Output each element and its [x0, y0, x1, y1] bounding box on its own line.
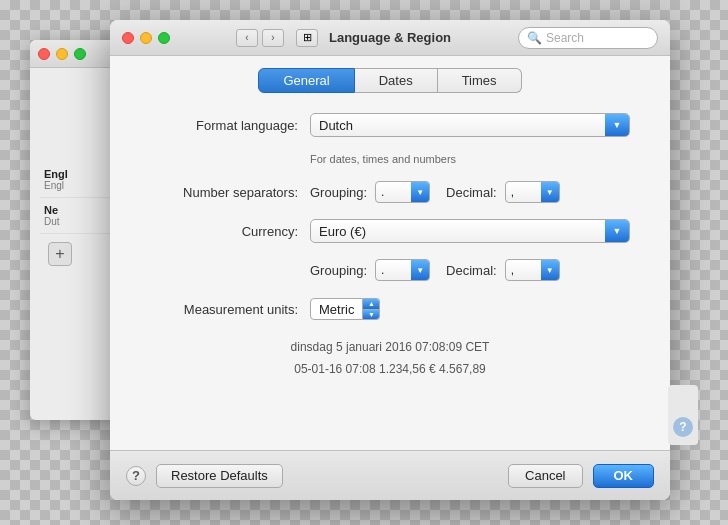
stepper-up-button[interactable]: ▲	[363, 299, 379, 310]
stepper-down-button[interactable]: ▼	[363, 310, 379, 320]
decimal-label: Decimal:	[446, 185, 497, 200]
decimal2-value: ,	[506, 263, 541, 277]
grouping-dropdown-arrow[interactable]: ▼	[411, 182, 429, 202]
format-language-dropdown-arrow[interactable]: ▼	[605, 114, 629, 136]
preview-section: dinsdag 5 januari 2016 07:08:09 CET 05-0…	[150, 337, 630, 380]
maximize-button[interactable]	[158, 32, 170, 44]
preview-line1: dinsdag 5 januari 2016 07:08:09 CET	[150, 337, 630, 359]
tabs-bar: General Dates Times	[110, 56, 670, 93]
tab-dates[interactable]: Dates	[355, 68, 438, 93]
preview-line2: 05-01-16 07:08 1.234,56 € 4.567,89	[150, 359, 630, 381]
grouping2-control: Grouping: . ▼ Decimal: , ▼	[310, 259, 630, 281]
help-button[interactable]: ?	[126, 466, 146, 486]
grouping-value: .	[376, 185, 411, 199]
measurement-value: Metric	[310, 298, 363, 320]
grouping2-row: Grouping: . ▼ Decimal: , ▼	[150, 259, 630, 281]
content-area: Format language: Dutch ▼ For dates, time…	[110, 93, 670, 420]
grid-button[interactable]: ⊞	[296, 29, 318, 47]
decimal2-label: Decimal:	[446, 263, 497, 278]
maximize-button[interactable]	[74, 48, 86, 60]
main-titlebar: ‹ › ⊞ Language & Region 🔍 Search	[110, 20, 670, 56]
search-box[interactable]: 🔍 Search	[518, 27, 658, 49]
measurement-control: Metric ▲ ▼	[310, 297, 630, 321]
close-button[interactable]	[38, 48, 50, 60]
cancel-button[interactable]: Cancel	[508, 464, 582, 488]
number-separators-control: Grouping: . ▼ Decimal: , ▼	[310, 181, 630, 203]
measurement-stepper-buttons: ▲ ▼	[363, 298, 380, 320]
grouping-label: Grouping:	[310, 185, 367, 200]
format-language-value: Dutch	[311, 118, 605, 133]
currency-dropdown[interactable]: Euro (€) ▼	[310, 219, 630, 243]
measurement-row: Measurement units: Metric ▲ ▼	[150, 297, 630, 321]
measurement-label: Measurement units:	[150, 302, 310, 317]
format-language-dropdown[interactable]: Dutch ▼	[310, 113, 630, 137]
measurement-stepper: Metric ▲ ▼	[310, 297, 380, 321]
forward-button[interactable]: ›	[262, 29, 284, 47]
back-button[interactable]: ‹	[236, 29, 258, 47]
grouping2-label: Grouping:	[310, 263, 367, 278]
add-button[interactable]: +	[48, 242, 72, 266]
format-language-row: Format language: Dutch ▼	[150, 113, 630, 137]
decimal2-dropdown-arrow[interactable]: ▼	[541, 260, 559, 280]
currency-value: Euro (€)	[311, 224, 605, 239]
tab-general[interactable]: General	[258, 68, 354, 93]
format-language-control: Dutch ▼	[310, 113, 630, 137]
decimal-value: ,	[506, 185, 541, 199]
decimal-dropdown-arrow[interactable]: ▼	[541, 182, 559, 202]
restore-defaults-button[interactable]: Restore Defaults	[156, 464, 283, 488]
grouping2-dropdown[interactable]: . ▼	[375, 259, 430, 281]
tab-times[interactable]: Times	[438, 68, 522, 93]
format-language-label: Format language:	[150, 118, 310, 133]
currency-row: Currency: Euro (€) ▼	[150, 219, 630, 243]
currency-label: Currency:	[150, 224, 310, 239]
number-separators-row: Number separators: Grouping: . ▼ Decimal…	[150, 181, 630, 203]
grouping-dropdown[interactable]: . ▼	[375, 181, 430, 203]
grouping2-dropdown-arrow[interactable]: ▼	[411, 260, 429, 280]
minimize-button[interactable]	[56, 48, 68, 60]
search-icon: 🔍	[527, 31, 542, 45]
decimal-dropdown[interactable]: , ▼	[505, 181, 560, 203]
minimize-button[interactable]	[140, 32, 152, 44]
close-button[interactable]	[122, 32, 134, 44]
question-badge[interactable]: ?	[673, 417, 693, 437]
bottom-bar: ? Restore Defaults Cancel OK	[110, 450, 670, 500]
main-dialog: ‹ › ⊞ Language & Region 🔍 Search General…	[110, 20, 670, 500]
currency-dropdown-arrow[interactable]: ▼	[605, 220, 629, 242]
format-language-hint: For dates, times and numbers	[150, 153, 630, 165]
grouping2-value: .	[376, 263, 411, 277]
window-title: Language & Region	[329, 30, 451, 45]
decimal2-dropdown[interactable]: , ▼	[505, 259, 560, 281]
nav-buttons: ‹ ›	[236, 29, 284, 47]
search-placeholder: Search	[546, 31, 584, 45]
currency-control: Euro (€) ▼	[310, 219, 630, 243]
number-separators-label: Number separators:	[150, 185, 310, 200]
ok-button[interactable]: OK	[593, 464, 655, 488]
right-panel: ?	[668, 385, 698, 445]
